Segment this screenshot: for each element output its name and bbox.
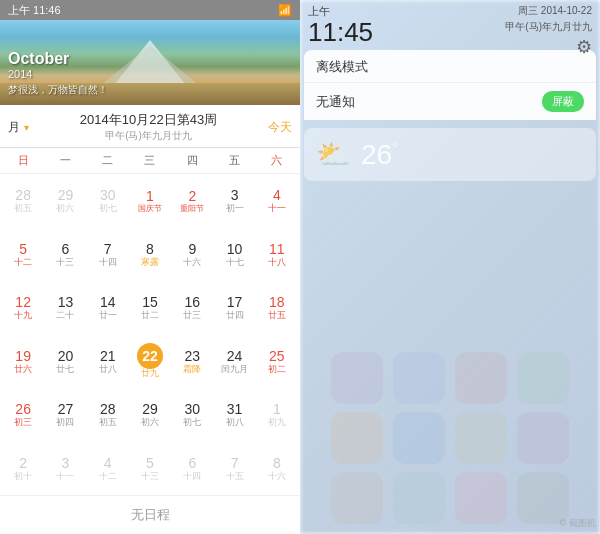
calendar-cell[interactable]: 30初七 <box>87 174 129 228</box>
calendar-cell[interactable]: 28初五 <box>87 388 129 442</box>
weekday-sun: 日 <box>2 151 44 170</box>
weekday-fri: 五 <box>213 151 255 170</box>
calendar-header: 月 ▾ 2014年10月22日第43周 甲午(马)年九月廿九 今天 <box>0 105 300 148</box>
calendar-cell[interactable]: 6十四 <box>171 442 213 496</box>
calendar-cell[interactable]: 7十五 <box>213 442 255 496</box>
today-button[interactable]: 今天 <box>268 119 292 136</box>
weekday-wed: 三 <box>129 151 171 170</box>
calendar-cell[interactable]: 3初一 <box>213 174 255 228</box>
calendar-cell[interactable]: 8十六 <box>256 442 298 496</box>
notification-panel-card: 离线模式 无通知 屏蔽 <box>304 50 596 120</box>
status-bar-right: 上午 11:45 周三 2014-10-22 甲午(马)年九月廿九 ⚙ <box>300 0 600 50</box>
no-schedule: 无日程 <box>0 495 300 534</box>
calendar-cell[interactable]: 5十二 <box>2 228 44 282</box>
date-title-block: 2014年10月22日第43周 甲午(马)年九月廿九 <box>29 111 268 143</box>
temperature: 26° <box>361 139 399 171</box>
calendar-cell[interactable]: 26初三 <box>2 388 44 442</box>
notification-label: 无通知 <box>316 93 355 111</box>
signal-icons: 📶 <box>278 4 292 17</box>
calendar-cell[interactable]: 10十七 <box>213 228 255 282</box>
weekday-thu: 四 <box>171 151 213 170</box>
notification-row: 无通知 屏蔽 <box>304 83 596 120</box>
notification-panel: 上午 11:45 周三 2014-10-22 甲午(马)年九月廿九 ⚙ 离线模式… <box>300 0 600 534</box>
calendar-cell[interactable]: 11十八 <box>256 228 298 282</box>
calendar-cell[interactable]: 24闰九月 <box>213 335 255 389</box>
calendar-cell[interactable]: 19廿六 <box>2 335 44 389</box>
calendar-cell[interactable]: 13二十 <box>44 281 86 335</box>
hero-month: October <box>8 50 69 68</box>
hero-quote: 梦很浅，万物皆自然！ <box>8 83 108 97</box>
calendar-cell[interactable]: 17廿四 <box>213 281 255 335</box>
settings-icon[interactable]: ⚙ <box>576 36 592 58</box>
hero-image: October 2014 梦很浅，万物皆自然！ <box>0 20 300 105</box>
weather-icon: ⛅ <box>316 138 351 171</box>
status-bar-left: 上午 11:46 📶 <box>0 0 300 20</box>
calendar-cell[interactable]: 2初十 <box>2 442 44 496</box>
temp-value: 26 <box>361 139 392 170</box>
weather-widget: ⛅ 26° <box>304 128 596 181</box>
month-label: 月 <box>8 119 20 136</box>
calendar-cell[interactable]: 15廿二 <box>129 281 171 335</box>
calendar-cell[interactable]: 21廿八 <box>87 335 129 389</box>
calendar-cell[interactable]: 30初七 <box>171 388 213 442</box>
temp-unit: ° <box>392 139 398 156</box>
calendar-cell[interactable]: 8寒露 <box>129 228 171 282</box>
weekday-sat: 六 <box>256 151 298 170</box>
calendar-cell[interactable]: 4十一 <box>256 174 298 228</box>
hero-year: 2014 <box>8 68 69 80</box>
hero-text: October 2014 <box>8 50 69 80</box>
time-display: 11:45 <box>308 19 373 45</box>
calendar-panel: 上午 11:46 📶 October 2014 梦很浅，万物皆自然！ 月 ▾ 2… <box>0 0 300 534</box>
calendar-cell[interactable]: 27初四 <box>44 388 86 442</box>
calendar-cell[interactable]: 29初六 <box>129 388 171 442</box>
calendar-cell[interactable]: 1初九 <box>256 388 298 442</box>
lunar-subtitle: 甲午(马)年九月廿九 <box>29 129 268 143</box>
watermark: © 截图机 <box>560 517 596 530</box>
calendar-grid: 28初五29初六30初七1国庆节2重阳节3初一4十一5十二6十三7十四8寒露9十… <box>0 174 300 495</box>
calendar-cell[interactable]: 28初五 <box>2 174 44 228</box>
weekday-date: 周三 2014-10-22 <box>518 4 592 18</box>
right-overlay: 上午 11:45 周三 2014-10-22 甲午(马)年九月廿九 ⚙ 离线模式… <box>300 0 600 534</box>
calendar-cell[interactable]: 29初六 <box>44 174 86 228</box>
calendar-cell[interactable]: 9十六 <box>171 228 213 282</box>
calendar-cell[interactable]: 1国庆节 <box>129 174 171 228</box>
date-title: 2014年10月22日第43周 <box>29 111 268 129</box>
calendar-cell[interactable]: 12十九 <box>2 281 44 335</box>
calendar-cell[interactable]: 20廿七 <box>44 335 86 389</box>
calendar-cell[interactable]: 25初二 <box>256 335 298 389</box>
carrier-left: 上午 11:46 <box>8 3 61 18</box>
calendar-cell[interactable]: 23霜降 <box>171 335 213 389</box>
calendar-cell[interactable]: 14廿一 <box>87 281 129 335</box>
calendar-cell[interactable]: 7十四 <box>87 228 129 282</box>
weekday-mon: 一 <box>44 151 86 170</box>
time-block: 上午 11:45 <box>308 4 373 45</box>
month-nav[interactable]: 月 ▾ <box>8 119 29 136</box>
date-info-block: 周三 2014-10-22 甲午(马)年九月廿九 ⚙ <box>505 4 592 58</box>
block-badge[interactable]: 屏蔽 <box>542 91 584 112</box>
calendar-cell[interactable]: 2重阳节 <box>171 174 213 228</box>
calendar-cell[interactable]: 18廿五 <box>256 281 298 335</box>
lunar-date-right: 甲午(马)年九月廿九 <box>505 20 592 34</box>
calendar-cell[interactable]: 31初八 <box>213 388 255 442</box>
calendar-cell[interactable]: 5十三 <box>129 442 171 496</box>
calendar-cell[interactable]: 3十一 <box>44 442 86 496</box>
weekday-tue: 二 <box>87 151 129 170</box>
weekday-header: 日 一 二 三 四 五 六 <box>0 148 300 174</box>
calendar-cell[interactable]: 22廿九 <box>129 335 171 389</box>
calendar-cell[interactable]: 6十三 <box>44 228 86 282</box>
calendar-cell[interactable]: 4十二 <box>87 442 129 496</box>
calendar-cell[interactable]: 16廿三 <box>171 281 213 335</box>
